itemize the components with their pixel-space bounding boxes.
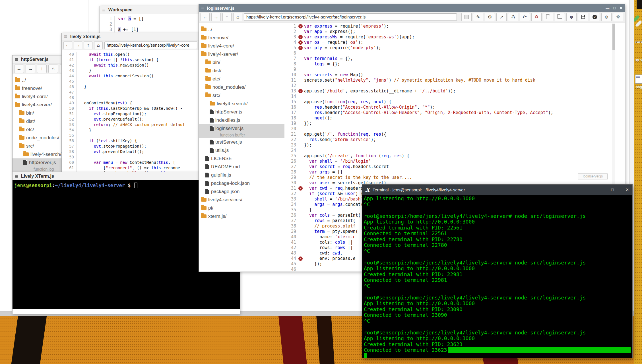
code-line[interactable]: 29 // the secret is the key to the user.… bbox=[288, 175, 612, 180]
code-line[interactable]: 50 if (this.lastPointerUp && (Date.now()… bbox=[62, 106, 199, 111]
tree-item-xterm-js[interactable]: xterm.js/ bbox=[199, 212, 284, 220]
terminal-output[interactable]: App listening to http://0.0.0.0:3000^Cro… bbox=[362, 195, 632, 358]
menu-icon[interactable]: ≡ bbox=[64, 33, 67, 41]
error-marker-icon[interactable]: ✕ bbox=[298, 35, 303, 39]
tree-item-lively4-server[interactable]: lively4-server/ bbox=[13, 101, 69, 109]
desktop-icon-label[interactable]: up shar bbox=[635, 58, 642, 62]
tree-item-README-md[interactable]: README.md bbox=[199, 163, 284, 171]
code-line[interactable]: 60 var menu = new ContextMenu(this, [ bbox=[62, 160, 199, 165]
error-marker-icon[interactable]: ✕ bbox=[298, 40, 303, 45]
tree-item-loginserver-js[interactable]: loginserver.jsfunction buffer bbox=[199, 124, 284, 138]
forward-button[interactable]: → bbox=[211, 13, 220, 21]
code-line[interactable]: 58 evt.preventDefault(); bbox=[62, 149, 199, 154]
code-line[interactable]: 53 return; // #HACK custom prevent defau… bbox=[62, 122, 199, 127]
home-button[interactable]: ⌂ bbox=[233, 13, 242, 21]
tree-item-lively4-core[interactable]: lively4-core/ bbox=[13, 92, 69, 101]
brush-icon[interactable]: ✎ bbox=[473, 13, 483, 21]
forward-button[interactable]: → bbox=[26, 65, 35, 73]
code-line[interactable]: 28 var args = [] bbox=[288, 169, 612, 175]
code-line[interactable]: 6 bbox=[288, 51, 612, 56]
code-line[interactable]: 41 if (force || !this.session) { bbox=[62, 57, 199, 63]
new-folder-icon[interactable] bbox=[555, 13, 565, 21]
code-line[interactable]: 27 var secret = req.headers.secret bbox=[288, 164, 612, 169]
code-line[interactable]: 24 bbox=[288, 148, 612, 153]
code-line[interactable]: 23}); bbox=[288, 142, 612, 148]
cable-icon[interactable] bbox=[635, 20, 642, 27]
tree-item-LICENSE[interactable]: LICENSE bbox=[199, 154, 284, 163]
trash-icon[interactable]: ♻ bbox=[531, 13, 542, 21]
desktop-icon-label[interactable]: vasea bbox=[635, 39, 642, 44]
url-input[interactable] bbox=[244, 13, 457, 21]
tree-item-gulpfile-js[interactable]: gulpfile.js bbox=[199, 171, 284, 179]
tree-code-divider[interactable] bbox=[285, 22, 285, 272]
editor-scrollbar-thumb[interactable] bbox=[612, 24, 615, 50]
code-line[interactable]: 47 bbox=[62, 90, 199, 95]
code-line[interactable]: 1✕var express = require('express'); bbox=[288, 24, 612, 29]
minimize-button[interactable]: — bbox=[595, 187, 599, 192]
code-line[interactable]: 48 bbox=[62, 95, 199, 100]
code-line[interactable]: 15app.use(function(req, res, next) { bbox=[288, 99, 612, 105]
code-line[interactable]: 42 await this.newSession() bbox=[62, 63, 199, 68]
menu-icon[interactable]: ≡ bbox=[201, 5, 204, 11]
code-line[interactable]: 59 bbox=[62, 154, 199, 160]
tree-item-utils-js[interactable]: utils.js bbox=[199, 146, 284, 154]
code-line[interactable]: 4✕var os = require('os'); bbox=[288, 40, 612, 45]
code-line[interactable]: 11secrets.set("hellolively", "jens") // … bbox=[288, 78, 612, 83]
new-file-icon[interactable] bbox=[543, 13, 553, 21]
xterm-browser-editor[interactable]: 40 await this.open()41 if (force || !thi… bbox=[62, 51, 199, 174]
maximize-button[interactable]: □ bbox=[611, 187, 614, 192]
tree-item-src[interactable]: src/ bbox=[199, 91, 284, 100]
home-button[interactable]: ⌂ bbox=[48, 65, 58, 73]
code-line[interactable]: 56 if (!evt.shiftKey) { bbox=[62, 138, 199, 144]
forward-button[interactable]: → bbox=[74, 41, 82, 49]
accept-icon[interactable]: ✔ bbox=[590, 13, 600, 21]
tree-item-dist[interactable]: dist/ bbox=[13, 117, 69, 125]
error-marker-icon[interactable]: ✕ bbox=[298, 257, 303, 261]
tree-item-node-modules[interactable]: node_modules/ bbox=[13, 134, 69, 142]
tree-item-[interactable]: ../ bbox=[13, 76, 69, 84]
code-line[interactable]: 55 bbox=[62, 133, 199, 138]
menu-icon[interactable]: ≡ bbox=[15, 172, 18, 180]
code-line[interactable]: 8 logs = {}; bbox=[288, 61, 612, 67]
close-button[interactable]: ✕ bbox=[626, 187, 629, 192]
graph-icon[interactable]: ⁂ bbox=[508, 13, 518, 21]
error-marker-icon[interactable]: ✕ bbox=[298, 46, 303, 50]
close-button[interactable]: ✕ bbox=[620, 6, 623, 10]
tree-item-package-lock-json[interactable]: package-lock.json bbox=[199, 179, 284, 187]
code-line[interactable]: 49 onContextMenu(evt) { bbox=[62, 100, 199, 106]
tree-item-lively4-search[interactable]: lively4-search/ bbox=[199, 100, 284, 108]
code-line[interactable]: 20 bbox=[288, 126, 612, 132]
code-line[interactable]: 26 var shell = '/bin/login' bbox=[288, 159, 612, 164]
code-line[interactable]: 22 res.send("xterm service"); bbox=[288, 137, 612, 142]
tree-item-freenove[interactable]: freenove/ bbox=[13, 84, 69, 92]
code-line[interactable]: 9 bbox=[288, 67, 612, 72]
desktop-icon-partial[interactable] bbox=[637, 0, 642, 9]
code-line[interactable]: 45 bbox=[62, 79, 199, 84]
error-marker-icon[interactable]: ✕ bbox=[298, 24, 303, 28]
desktop-icon-label[interactable]: .png bbox=[635, 85, 642, 89]
loginserver-titlebar[interactable]: ≡ loginserver.js — □ ✕ bbox=[199, 4, 625, 12]
code-line[interactable]: 3a += [1] bbox=[100, 27, 199, 32]
tree-item-bin[interactable]: bin/ bbox=[13, 109, 69, 117]
refresh-icon[interactable]: ⟳ bbox=[520, 13, 530, 21]
code-line[interactable]: 21app.get('/', function(req, res){ bbox=[288, 132, 612, 137]
tree-item-freenove[interactable]: freenove/ bbox=[199, 34, 284, 42]
code-line[interactable]: 18 next(); bbox=[288, 115, 612, 121]
workspace-titlebar[interactable]: ≡ Workspace bbox=[100, 6, 199, 14]
open-external-icon[interactable]: ↗ bbox=[496, 13, 507, 21]
up-button[interactable]: ↑ bbox=[84, 41, 92, 49]
code-line[interactable]: 57 evt.stopPropagation(); bbox=[62, 144, 199, 149]
tree-item-httpServer-js[interactable]: httpServer.js bbox=[199, 108, 284, 116]
tree-item-lively4-search[interactable]: lively4-search/ bbox=[13, 150, 69, 158]
back-button[interactable]: ← bbox=[14, 65, 24, 73]
code-line[interactable]: 12 bbox=[288, 83, 612, 88]
tree-item-lively4-core[interactable]: lively4-core/ bbox=[199, 42, 284, 50]
minimize-button[interactable]: — bbox=[606, 6, 609, 10]
maximize-button[interactable]: □ bbox=[613, 6, 616, 10]
xterm-browser-titlebar[interactable]: ≡ lively-xterm.js bbox=[62, 33, 199, 40]
url-input[interactable] bbox=[104, 42, 197, 49]
code-line[interactable]: 19}); bbox=[288, 121, 612, 126]
code-line[interactable]: 14 bbox=[288, 94, 612, 99]
code-line[interactable]: 3✕var expressWs = require('express-ws')(… bbox=[288, 34, 612, 40]
code-line[interactable]: 44 await this.connectSession() bbox=[62, 73, 199, 79]
